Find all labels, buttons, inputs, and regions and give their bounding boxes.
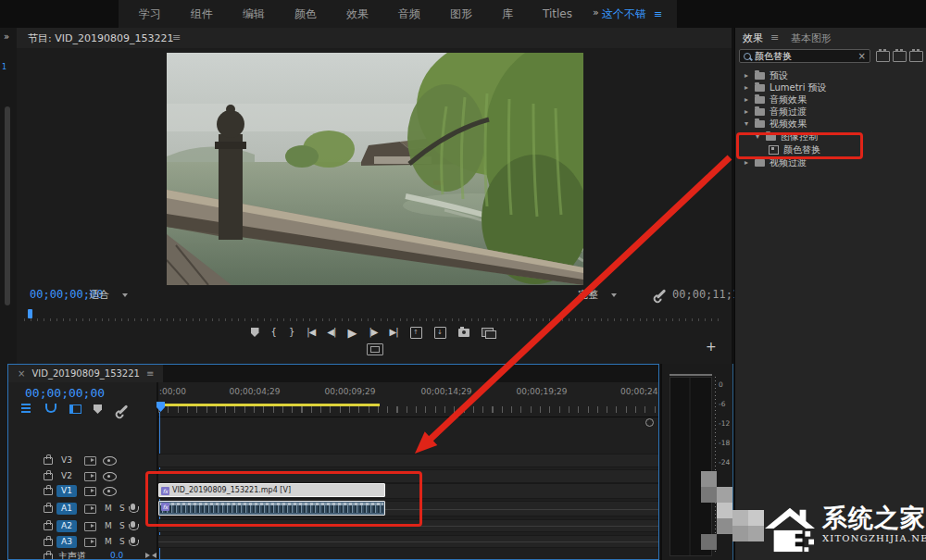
timeline-settings-icon[interactable] [119, 404, 129, 415]
solo-button[interactable]: S [119, 521, 125, 530]
step-back-icon[interactable]: ◀| [327, 328, 335, 337]
export-frame-icon[interactable] [458, 329, 469, 337]
settings-wrench-icon[interactable] [657, 289, 667, 299]
track-target-v1[interactable]: V1 [56, 485, 77, 497]
tab-essential-graphics[interactable]: 基本图形 [791, 31, 832, 45]
yuv-effects-filter-icon[interactable] [909, 51, 923, 62]
workspace-tab-effects[interactable]: 效果 [332, 0, 383, 28]
go-to-in-icon[interactable]: |◀ [307, 328, 315, 337]
linked-selection-icon[interactable] [69, 404, 81, 414]
workspace-tab-learn[interactable]: 学习 [124, 0, 176, 28]
step-forward-icon[interactable]: |▶ [369, 328, 377, 337]
accelerated-effects-filter-icon[interactable] [876, 51, 890, 62]
add-marker-icon[interactable] [251, 328, 259, 337]
lane-a3[interactable] [158, 535, 658, 548]
effects-search-box[interactable]: × [739, 49, 870, 63]
solo-button[interactable]: S [119, 537, 125, 546]
lift-icon[interactable]: ↑ [410, 327, 422, 339]
chevron-right-icon[interactable]: ▸ [743, 107, 750, 116]
chevron-right-icon[interactable]: ▸ [743, 71, 750, 80]
playback-resolution-select[interactable]: 完整 [578, 288, 617, 302]
track-target-v2[interactable]: V2 [56, 470, 77, 482]
scrub-playhead[interactable] [28, 309, 32, 318]
mute-button[interactable]: M [105, 521, 112, 530]
lock-icon[interactable] [44, 554, 53, 560]
workspace-tab-audio[interactable]: 音频 [383, 0, 435, 28]
solo-button[interactable]: S [119, 504, 125, 513]
voiceover-mic-icon[interactable] [131, 537, 135, 543]
timeline-zoom-handle[interactable] [645, 418, 654, 427]
track-target-a3[interactable]: A3 [56, 536, 77, 548]
chevron-right-icon[interactable]: ▸ [743, 95, 750, 104]
sequence-tab[interactable]: × VID_20190809_153221 ≡ [8, 365, 163, 382]
nest-toggle-icon[interactable] [21, 404, 31, 413]
chevron-right-icon[interactable]: ▸ [743, 158, 750, 167]
go-to-out-icon[interactable]: ▶| [389, 328, 397, 337]
clear-search-icon[interactable]: × [858, 51, 866, 61]
button-editor-icon[interactable]: + [706, 339, 717, 354]
safe-margins-icon[interactable] [367, 343, 383, 355]
sync-lock-icon[interactable] [84, 522, 96, 531]
timeline-playhead-position[interactable]: 00;00;00;00 [25, 386, 105, 400]
add-marker-icon[interactable] [94, 404, 102, 414]
extract-icon[interactable]: ↓ [434, 327, 446, 339]
master-gain-value[interactable]: 0.0 [110, 551, 123, 560]
effects-bin-audio-effects[interactable]: ▸ 音频效果 [735, 93, 926, 106]
lock-icon[interactable] [44, 473, 53, 480]
mark-in-icon[interactable]: { [271, 328, 277, 337]
panel-menu-icon[interactable]: ≡ [146, 368, 154, 379]
lane-v3[interactable] [158, 454, 658, 467]
work-area-bar[interactable] [159, 404, 380, 406]
snap-magnet-icon[interactable] [45, 404, 56, 413]
panel-menu-icon[interactable]: ≡ [172, 31, 181, 44]
workspace-tab-titles[interactable]: Titles [528, 0, 587, 28]
monitor-scrub-bar[interactable] [24, 308, 724, 321]
lock-icon[interactable] [44, 457, 53, 465]
sync-lock-icon[interactable] [84, 487, 96, 496]
sync-lock-icon[interactable] [84, 456, 96, 466]
lock-icon[interactable] [44, 488, 53, 495]
expand-dock-icon[interactable]: » [4, 31, 9, 42]
workspace-tab-menu-icon[interactable]: ≡ [654, 8, 671, 20]
voiceover-mic-icon[interactable] [131, 521, 135, 528]
sync-lock-icon[interactable] [84, 472, 96, 481]
comparison-view-icon[interactable] [482, 328, 494, 337]
toggle-output-icon[interactable] [103, 456, 117, 466]
panel-menu-icon[interactable]: ≡ [770, 31, 779, 44]
track-target-v3[interactable]: V3 [56, 454, 77, 467]
mute-button[interactable]: M [105, 504, 112, 513]
effects-search-input[interactable] [755, 51, 855, 61]
lock-icon[interactable] [44, 505, 53, 513]
voiceover-mic-icon[interactable] [131, 504, 135, 510]
tab-effects[interactable]: 效果 [743, 31, 763, 45]
close-icon[interactable]: × [18, 368, 25, 379]
chevron-right-icon[interactable]: ▸ [743, 83, 750, 92]
sync-lock-icon[interactable] [84, 504, 96, 514]
chevron-down-icon[interactable]: ▾ [743, 119, 750, 128]
workspace-tab-edit[interactable]: 编辑 [228, 0, 280, 28]
track-target-a2[interactable]: A2 [56, 520, 77, 532]
track-target-a1[interactable]: A1 [56, 503, 77, 515]
sync-lock-icon[interactable] [84, 538, 96, 547]
fit-timeline-icon[interactable] [145, 552, 156, 559]
lock-icon[interactable] [44, 523, 53, 530]
workspace-tab-graphics[interactable]: 图形 [435, 0, 487, 28]
workspace-tab-libraries[interactable]: 库 [487, 0, 528, 28]
32bit-effects-filter-icon[interactable] [893, 51, 907, 62]
program-monitor-title[interactable]: 节目: VID_20190809_153221 [28, 31, 173, 45]
effects-bin-presets[interactable]: ▸ 预设 [735, 69, 926, 81]
mark-out-icon[interactable]: } [289, 328, 294, 337]
workspace-overflow-icon[interactable]: » [593, 6, 599, 19]
toggle-output-icon[interactable] [103, 472, 117, 481]
toggle-output-icon[interactable] [103, 487, 117, 496]
effects-bin-audio-transitions[interactable]: ▸ 音频过渡 [735, 106, 926, 118]
zoom-level-select[interactable]: 适合 [89, 288, 128, 302]
mute-button[interactable]: M [105, 537, 112, 546]
workspace-tab-color[interactable]: 颜色 [280, 0, 332, 28]
effects-bin-lumetri-presets[interactable]: ▸ Lumetri 预设 [735, 81, 926, 93]
effects-bin-video-effects[interactable]: ▾ 视频效果 [735, 118, 926, 130]
play-button-icon[interactable]: ▶ [347, 327, 357, 339]
dock-scrollbar[interactable] [5, 106, 10, 305]
workspace-tab-assembly[interactable]: 组件 [176, 0, 228, 28]
lock-icon[interactable] [44, 539, 53, 546]
